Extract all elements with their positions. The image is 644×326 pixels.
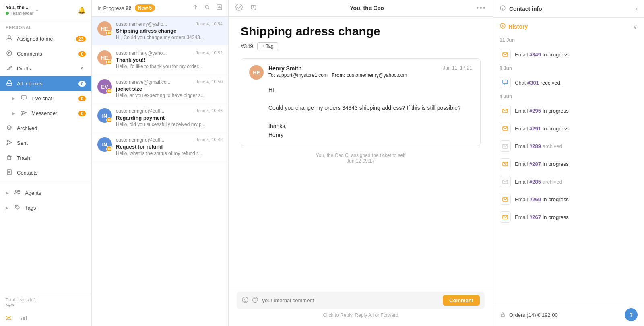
stats-footer-icon[interactable] [20,314,28,324]
sidebar-item-assigned[interactable]: Assigned to me 23 [0,31,91,46]
main-toolbar-left [235,3,258,13]
user-chevron: ▾ [36,8,38,13]
email-icon [500,123,511,134]
email-icon [500,49,511,60]
email-body: HI, Could you change my orders 34343 shi… [249,85,472,139]
email-time: Jun 11, 17:21 [443,65,472,71]
add-tag-button[interactable]: + Tag [257,42,278,50]
mention-icon[interactable]: @ [252,296,258,305]
conversation-item[interactable]: EV ✉ customereve@gmail.co... June 4, 10:… [92,74,228,103]
svg-rect-34 [501,314,504,317]
compose-icon[interactable] [216,4,223,12]
check-icon[interactable] [235,3,243,13]
history-item[interactable]: Email #349 In progress [493,45,644,63]
email-addresses: To: support@mystore1.com From: customerh… [268,72,438,78]
sent-label: Sent [17,140,86,146]
sidebar-item-messenger[interactable]: ▶ Messenger 0 [0,106,91,121]
sidebar-item-contacts[interactable]: Contacts [0,165,91,180]
history-item[interactable]: Email #295 In progress [493,102,644,120]
svg-rect-14 [23,317,25,320]
notifications-bell[interactable]: 🔔 [78,6,86,14]
sidebar-item-sent[interactable]: Sent [0,136,91,151]
conv-avatar-badge: ✉ [106,88,112,94]
user-menu[interactable]: You, the ... Teamleader ▾ [6,5,38,16]
history-item[interactable]: Email #291 In progress [493,120,644,137]
help-button[interactable]: ? [625,308,638,321]
alarm-icon[interactable] [250,3,258,13]
comment-button[interactable]: Comment [443,295,480,306]
conv-content: customeringrid@outl... June 4, 10:46 Reg… [116,108,223,127]
contact-info-expand-icon[interactable]: › [636,5,638,12]
in-progress-count: 22 [126,5,131,11]
more-options-icon[interactable]: ••• [476,4,486,12]
sidebar-item-comments[interactable]: Comments 0 [0,46,91,61]
right-panel: Contact info › History ∨ 11 Jun Email #3… [493,0,644,326]
user-avatar-dot: You, the ... Teamleader [6,5,33,16]
conversation-list-panel: In Progress 22 New 5 HE ✉ c [92,0,229,326]
conv-time: June 4, 10:52 [196,50,223,55]
right-panel-footer: Orders (14) € 192.00 ? [493,303,644,326]
sent-icon [6,139,13,147]
history-item-text: Email #269 In progress [515,196,569,202]
conv-time: June 4, 10:54 [196,21,223,26]
history-item[interactable]: Email #267 In progress [493,208,644,226]
history-item[interactable]: Chat #301 received. [493,74,644,91]
history-title: History [500,23,528,30]
sidebar-footer-icons: ✉ [0,311,91,326]
svg-point-12 [16,206,17,207]
svg-point-11 [18,190,20,192]
conv-time: June 4, 10:46 [196,108,223,113]
emoji-icon[interactable] [242,296,249,305]
svg-marker-7 [7,140,12,145]
conversation-item[interactable]: HE ✉ customerhilary@yaho... June 4, 10:5… [92,45,228,74]
email-sender-info: Henry Smith To: support@mystore1.com Fro… [268,65,438,78]
conv-content: customeringrid@outl... June 4, 10:42 Req… [116,137,223,156]
conversation-item[interactable]: IN ✉ customeringrid@outl... June 4, 10:4… [92,132,228,161]
tags-icon [14,204,21,212]
search-icon[interactable] [204,4,211,12]
history-item-text: Email #291 In progress [515,126,569,132]
history-item[interactable]: Email #287 In progress [493,155,644,173]
svg-point-1 [7,51,12,56]
conv-subject: jacket size [116,86,223,92]
history-item[interactable]: Email #285 archived [493,173,644,190]
sidebar-item-live-chat[interactable]: ▶ Live chat 0 [0,91,91,106]
conv-avatar-badge: ✉ [106,30,112,36]
drafts-icon [6,65,13,72]
conv-avatar-badge: ✉ [106,146,112,152]
comments-icon [6,50,13,58]
inbox-footer-icon[interactable]: ✉ [6,314,12,324]
tickets-left-label: Total tickets left [6,297,86,302]
history-item[interactable]: Email #289 archived [493,137,644,155]
user-role: Teamleader [10,11,33,16]
sidebar-item-agents[interactable]: ▶ Agents [0,186,91,200]
sort-up-icon[interactable] [192,4,198,12]
sidebar-item-archived[interactable]: Archived [0,121,91,136]
live-chat-icon [20,95,27,102]
email-avatar: HE [249,65,264,80]
all-inboxes-icon [6,80,13,87]
conversation-item[interactable]: IN ✉ customeringrid@outl... June 4, 10:4… [92,103,228,132]
email-sender-name: Henry Smith [268,65,438,72]
svg-marker-5 [21,111,26,115]
sidebar-item-drafts[interactable]: Drafts 9 [0,61,91,76]
personal-section-label: PERSONAL [0,21,91,31]
conv-sender: customeringrid@outl... [116,137,164,143]
main-toolbar: You, the Ceo ••• [229,0,493,17]
conv-list-header-left: In Progress 22 New 5 [97,4,155,12]
conv-avatar: HE ✉ [97,50,112,65]
sidebar-item-all-inboxes[interactable]: All Inboxes 0 [0,76,91,91]
history-item[interactable]: Email #269 In progress [493,190,644,208]
comment-input[interactable] [262,297,439,303]
history-toggle-icon[interactable]: ∨ [633,23,638,30]
sidebar-item-tags[interactable]: ▶ Tags [0,200,91,215]
conv-status-label: In Progress 22 [97,5,132,11]
conv-avatar: HE ✉ [97,21,112,36]
contact-info-icon [500,5,506,12]
agents-label: Agents [25,190,86,196]
trash-label: Trash [17,155,86,161]
conv-sender: customeringrid@outl... [116,108,164,114]
sidebar-divider [0,182,91,182]
conversation-item[interactable]: HE ✉ customerhenry@yaho... June 4, 10:54… [92,17,228,45]
sidebar-item-trash[interactable]: Trash [0,151,91,165]
